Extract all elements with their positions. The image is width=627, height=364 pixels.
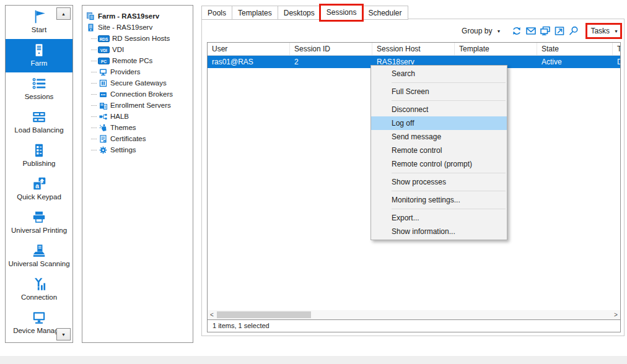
vdi-badge-icon: VDI [98, 46, 110, 53]
cell-type: De [613, 56, 620, 68]
scroll-left-icon[interactable]: < [208, 310, 216, 319]
load-balancer-icon [31, 109, 47, 125]
tree-item-label: Themes [110, 124, 136, 131]
magnifier-icon [568, 25, 579, 37]
sidebar-item-farm[interactable]: Farm [6, 39, 72, 72]
column-header-session-id[interactable]: Session ID [290, 43, 372, 55]
column-header-user[interactable]: User [208, 43, 290, 55]
sidebar-item-label: Universal Printing [11, 227, 67, 234]
list-icon [31, 76, 47, 92]
scanner-icon [31, 243, 47, 259]
tab-strip: Pools Templates Desktops Sessions Schedu… [201, 4, 408, 20]
menu-item-remote-control[interactable]: Remote control [371, 144, 507, 157]
tasks-dropdown-button[interactable]: Tasks ▼ [588, 25, 621, 37]
tree-item-label: Farm - RAS19serv [98, 12, 159, 20]
tab-pools[interactable]: Pools [201, 6, 232, 20]
tree-item-secure-gateways[interactable]: Secure Gateways [86, 77, 191, 89]
send-message-button[interactable] [524, 24, 538, 38]
menu-item-remote-control-prompt[interactable]: Remote control (prompt) [371, 157, 507, 171]
tree-item-providers[interactable]: Providers [86, 66, 191, 77]
tree-item-remote-pcs[interactable]: PC Remote PCs [86, 55, 191, 66]
menu-item-full-screen[interactable]: Full Screen [371, 85, 507, 98]
sidebar-item-universal-printing[interactable]: Universal Printing [6, 206, 72, 240]
tree-item-label: Providers [110, 68, 141, 76]
tree-item-label: RD Session Hosts [112, 35, 170, 42]
tree-item-farm-root[interactable]: Farm - RAS19serv [86, 11, 191, 22]
tab-scheduler[interactable]: Scheduler [362, 6, 408, 20]
tab-desktops[interactable]: Desktops [278, 6, 320, 20]
sessions-toolbar: Group by ▼ Tasks ▼ [434, 23, 621, 39]
tree-item-site[interactable]: Site - RAS19serv [86, 22, 191, 33]
search-button[interactable] [566, 24, 581, 38]
sidebar-item-load-balancing[interactable]: Load Balancing [6, 106, 72, 139]
tree-connector [91, 128, 97, 128]
cell-session-id: 2 [290, 56, 372, 68]
menu-item-export[interactable]: Export... [371, 211, 507, 225]
tree-item-label: Remote PCs [112, 57, 152, 64]
menu-separator [392, 191, 506, 191]
scroll-right-icon[interactable]: > [612, 310, 620, 319]
certificates-icon [98, 135, 108, 143]
scrollbar-thumb[interactable] [217, 311, 311, 318]
tab-sessions[interactable]: Sessions [320, 4, 363, 20]
sidebar-item-sessions[interactable]: Sessions [6, 72, 72, 106]
nav-sidebar: Start Farm Sessions Load Balancing Publi… [5, 5, 73, 343]
menu-item-send-message[interactable]: Send message [371, 130, 507, 144]
gear-icon [98, 146, 108, 154]
sidebar-item-connection[interactable]: Connection [6, 273, 72, 306]
column-header-state[interactable]: State [537, 43, 613, 55]
sidebar-item-label: Sessions [25, 93, 54, 100]
checklist-icon [31, 142, 47, 158]
tree-item-label: VDI [112, 46, 124, 53]
column-header-session-host[interactable]: Session Host [372, 43, 455, 55]
sidebar-item-quick-keypad[interactable]: a Quick Keypad [6, 173, 72, 206]
full-screen-button[interactable] [552, 24, 566, 38]
tree-item-label: Settings [110, 146, 136, 154]
printer-icon [31, 209, 47, 225]
envelope-icon [525, 25, 537, 37]
menu-item-log-off[interactable]: Log off [371, 116, 507, 130]
tree-connector [91, 61, 97, 61]
sidebar-item-universal-scanning[interactable]: Universal Scanning [6, 240, 72, 273]
cell-state: Active [537, 56, 613, 68]
horizontal-scrollbar[interactable]: < > [208, 310, 620, 319]
menu-item-disconnect[interactable]: Disconnect [371, 103, 507, 116]
tree-item-settings[interactable]: Settings [86, 144, 191, 155]
pc-badge-icon: PC [98, 58, 110, 64]
tree-connector [91, 139, 97, 139]
connection-brokers-icon [98, 90, 108, 98]
menu-separator [392, 100, 506, 101]
tree-connector [91, 83, 97, 84]
chevron-down-icon: ▼ [496, 29, 501, 33]
tab-templates[interactable]: Templates [232, 6, 278, 20]
farm-icon [86, 12, 95, 20]
menu-item-search[interactable]: Search [371, 67, 507, 80]
sidebar-item-publishing[interactable]: Publishing [6, 139, 72, 173]
cell-user: ras01@RAS [208, 56, 290, 68]
sidebar-scroll-down-button[interactable]: ▼ [56, 328, 71, 340]
chevron-down-icon: ▼ [614, 29, 618, 33]
column-header-template[interactable]: Template [455, 43, 537, 55]
group-by-dropdown[interactable]: Group by ▼ [462, 27, 501, 35]
tree-item-enrollment-servers[interactable]: Enrollment Servers [86, 100, 191, 111]
remote-control-button[interactable] [538, 24, 552, 38]
menu-item-monitoring-settings[interactable]: Monitoring settings... [371, 193, 507, 207]
tree-item-halb[interactable]: HALB [86, 111, 191, 122]
sidebar-item-label: Quick Keypad [17, 193, 61, 201]
menu-item-show-information[interactable]: Show information... [371, 225, 507, 238]
tree-item-certificates[interactable]: Certificates [86, 133, 191, 144]
sidebar-scroll-up-button[interactable]: ▲ [56, 7, 71, 20]
menu-item-show-processes[interactable]: Show processes [371, 175, 507, 189]
column-header-type[interactable]: Ty [613, 43, 620, 55]
up-arrow-icon: ▲ [61, 12, 66, 16]
refresh-icon [511, 25, 522, 37]
site-server-icon [86, 24, 95, 32]
tree-item-rd-session-hosts[interactable]: RDS RD Session Hosts [86, 33, 191, 44]
tree-item-connection-brokers[interactable]: Connection Brokers [86, 89, 191, 100]
tree-item-themes[interactable]: Themes [86, 122, 191, 133]
tree-item-vdi[interactable]: VDI VDI [86, 44, 191, 55]
menu-separator [392, 82, 506, 83]
refresh-button[interactable] [509, 24, 524, 38]
tree-item-label: Secure Gateways [110, 79, 167, 87]
sidebar-item-label: Start [32, 26, 46, 33]
